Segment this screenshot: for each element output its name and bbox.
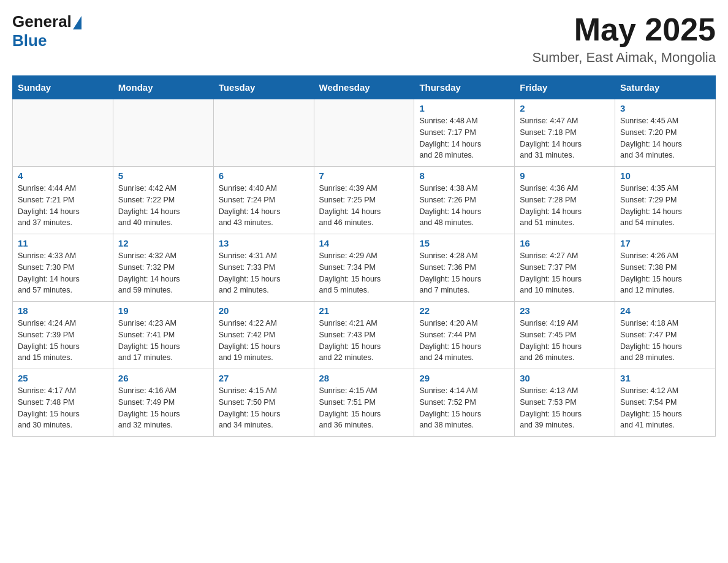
calendar-cell: 25Sunrise: 4:17 AM Sunset: 7:48 PM Dayli… [13,369,113,437]
day-number: 5 [118,170,208,181]
logo-triangle-icon [73,16,82,29]
day-number: 16 [520,238,610,248]
calendar-week-row: 11Sunrise: 4:33 AM Sunset: 7:30 PM Dayli… [13,234,716,302]
calendar-cell: 17Sunrise: 4:26 AM Sunset: 7:38 PM Dayli… [615,234,716,302]
calendar-cell [213,99,314,167]
day-number: 6 [219,170,309,181]
day-number: 23 [520,305,610,316]
calendar-cell: 29Sunrise: 4:14 AM Sunset: 7:52 PM Dayli… [414,369,515,437]
day-number: 13 [219,238,309,248]
day-info: Sunrise: 4:17 AM Sunset: 7:48 PM Dayligh… [18,385,108,431]
day-info: Sunrise: 4:12 AM Sunset: 7:54 PM Dayligh… [620,385,710,431]
day-info: Sunrise: 4:42 AM Sunset: 7:22 PM Dayligh… [118,183,208,229]
weekday-header-sunday: Sunday [13,76,113,99]
day-info: Sunrise: 4:36 AM Sunset: 7:28 PM Dayligh… [520,183,610,229]
calendar-cell: 18Sunrise: 4:24 AM Sunset: 7:39 PM Dayli… [13,302,113,369]
calendar-table: SundayMondayTuesdayWednesdayThursdayFrid… [12,75,716,437]
calendar-cell: 6Sunrise: 4:40 AM Sunset: 7:24 PM Daylig… [213,167,314,234]
day-info: Sunrise: 4:33 AM Sunset: 7:30 PM Dayligh… [18,250,108,296]
day-number: 10 [620,170,710,181]
day-number: 12 [118,238,208,248]
day-number: 21 [319,305,409,316]
calendar-week-row: 4Sunrise: 4:44 AM Sunset: 7:21 PM Daylig… [13,167,716,234]
day-info: Sunrise: 4:21 AM Sunset: 7:43 PM Dayligh… [319,318,409,364]
calendar-header-row: SundayMondayTuesdayWednesdayThursdayFrid… [13,76,716,99]
calendar-cell [13,99,113,167]
day-info: Sunrise: 4:13 AM Sunset: 7:53 PM Dayligh… [520,385,610,431]
day-number: 28 [319,373,409,383]
calendar-cell: 14Sunrise: 4:29 AM Sunset: 7:34 PM Dayli… [314,234,414,302]
day-number: 4 [18,170,108,181]
day-info: Sunrise: 4:40 AM Sunset: 7:24 PM Dayligh… [219,183,309,229]
calendar-cell: 9Sunrise: 4:36 AM Sunset: 7:28 PM Daylig… [515,167,615,234]
calendar-cell: 8Sunrise: 4:38 AM Sunset: 7:26 PM Daylig… [414,167,515,234]
day-number: 1 [419,103,509,113]
calendar-cell: 28Sunrise: 4:15 AM Sunset: 7:51 PM Dayli… [314,369,414,437]
calendar-week-row: 1Sunrise: 4:48 AM Sunset: 7:17 PM Daylig… [13,99,716,167]
day-number: 20 [219,305,309,316]
calendar-cell [113,99,213,167]
day-info: Sunrise: 4:39 AM Sunset: 7:25 PM Dayligh… [319,183,409,229]
day-info: Sunrise: 4:16 AM Sunset: 7:49 PM Dayligh… [118,385,208,431]
day-info: Sunrise: 4:32 AM Sunset: 7:32 PM Dayligh… [118,250,208,296]
day-number: 8 [419,170,509,181]
day-info: Sunrise: 4:19 AM Sunset: 7:45 PM Dayligh… [520,318,610,364]
calendar-cell: 10Sunrise: 4:35 AM Sunset: 7:29 PM Dayli… [615,167,716,234]
calendar-week-row: 18Sunrise: 4:24 AM Sunset: 7:39 PM Dayli… [13,302,716,369]
day-info: Sunrise: 4:31 AM Sunset: 7:33 PM Dayligh… [219,250,309,296]
day-number: 7 [319,170,409,181]
title-section: May 2025 Sumber, East Aimak, Mongolia [532,12,716,66]
day-info: Sunrise: 4:38 AM Sunset: 7:26 PM Dayligh… [419,183,509,229]
calendar-cell: 1Sunrise: 4:48 AM Sunset: 7:17 PM Daylig… [414,99,515,167]
day-info: Sunrise: 4:14 AM Sunset: 7:52 PM Dayligh… [419,385,509,431]
calendar-cell: 22Sunrise: 4:20 AM Sunset: 7:44 PM Dayli… [414,302,515,369]
weekday-header-thursday: Thursday [414,76,515,99]
day-number: 9 [520,170,610,181]
month-year-title: May 2025 [532,12,716,47]
day-number: 22 [419,305,509,316]
calendar-cell: 27Sunrise: 4:15 AM Sunset: 7:50 PM Dayli… [213,369,314,437]
day-number: 27 [219,373,309,383]
calendar-cell: 15Sunrise: 4:28 AM Sunset: 7:36 PM Dayli… [414,234,515,302]
calendar-cell: 13Sunrise: 4:31 AM Sunset: 7:33 PM Dayli… [213,234,314,302]
calendar-cell: 5Sunrise: 4:42 AM Sunset: 7:22 PM Daylig… [113,167,213,234]
calendar-cell: 7Sunrise: 4:39 AM Sunset: 7:25 PM Daylig… [314,167,414,234]
calendar-cell: 21Sunrise: 4:21 AM Sunset: 7:43 PM Dayli… [314,302,414,369]
day-number: 31 [620,373,710,383]
day-number: 19 [118,305,208,316]
weekday-header-wednesday: Wednesday [314,76,414,99]
day-number: 18 [18,305,108,316]
day-number: 26 [118,373,208,383]
day-number: 3 [620,103,710,113]
day-info: Sunrise: 4:45 AM Sunset: 7:20 PM Dayligh… [620,115,710,161]
day-info: Sunrise: 4:48 AM Sunset: 7:17 PM Dayligh… [419,115,509,161]
page-header: General Blue May 2025 Sumber, East Aimak… [12,12,716,66]
weekday-header-saturday: Saturday [615,76,716,99]
day-info: Sunrise: 4:18 AM Sunset: 7:47 PM Dayligh… [620,318,710,364]
day-info: Sunrise: 4:22 AM Sunset: 7:42 PM Dayligh… [219,318,309,364]
calendar-cell: 19Sunrise: 4:23 AM Sunset: 7:41 PM Dayli… [113,302,213,369]
day-number: 29 [419,373,509,383]
day-info: Sunrise: 4:47 AM Sunset: 7:18 PM Dayligh… [520,115,610,161]
calendar-cell [314,99,414,167]
day-info: Sunrise: 4:29 AM Sunset: 7:34 PM Dayligh… [319,250,409,296]
day-info: Sunrise: 4:15 AM Sunset: 7:50 PM Dayligh… [219,385,309,431]
calendar-cell: 31Sunrise: 4:12 AM Sunset: 7:54 PM Dayli… [615,369,716,437]
day-info: Sunrise: 4:24 AM Sunset: 7:39 PM Dayligh… [18,318,108,364]
logo-blue-text: Blue [12,31,47,50]
day-number: 24 [620,305,710,316]
weekday-header-monday: Monday [113,76,213,99]
day-info: Sunrise: 4:27 AM Sunset: 7:37 PM Dayligh… [520,250,610,296]
day-info: Sunrise: 4:26 AM Sunset: 7:38 PM Dayligh… [620,250,710,296]
day-number: 25 [18,373,108,383]
calendar-cell: 2Sunrise: 4:47 AM Sunset: 7:18 PM Daylig… [515,99,615,167]
calendar-cell: 23Sunrise: 4:19 AM Sunset: 7:45 PM Dayli… [515,302,615,369]
day-info: Sunrise: 4:15 AM Sunset: 7:51 PM Dayligh… [319,385,409,431]
weekday-header-tuesday: Tuesday [213,76,314,99]
calendar-cell: 30Sunrise: 4:13 AM Sunset: 7:53 PM Dayli… [515,369,615,437]
day-number: 14 [319,238,409,248]
day-info: Sunrise: 4:44 AM Sunset: 7:21 PM Dayligh… [18,183,108,229]
day-number: 2 [520,103,610,113]
calendar-cell: 24Sunrise: 4:18 AM Sunset: 7:47 PM Dayli… [615,302,716,369]
calendar-cell: 12Sunrise: 4:32 AM Sunset: 7:32 PM Dayli… [113,234,213,302]
